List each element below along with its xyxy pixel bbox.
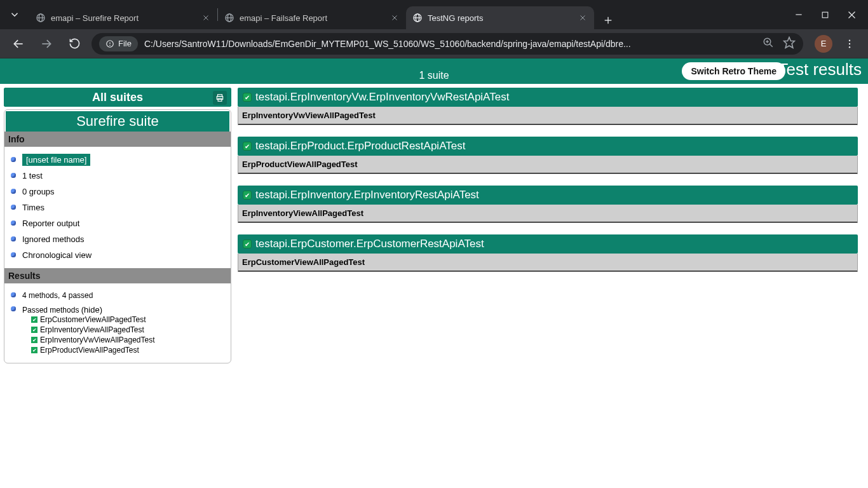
test-class-header[interactable]: ✔ testapi.ErpProduct.ErpProductRestApiAT…	[238, 137, 858, 156]
info-list: [unset file name] 1 test 0 groups Times …	[4, 147, 231, 268]
test-body: ErpCustomerViewAllPagedTest	[238, 254, 858, 272]
tab-surefire-report[interactable]: emapi – Surefire Report	[29, 6, 217, 29]
window-minimize-button[interactable]	[794, 10, 803, 19]
info-item-ignored[interactable]: Ignored methods	[22, 231, 226, 247]
success-icon: ✔	[243, 191, 252, 200]
tab-title: emapi – Failsafe Report	[240, 13, 384, 23]
tab-testng-reports[interactable]: TestNG reports	[406, 6, 594, 29]
test-class-header[interactable]: ✔ testapi.ErpCustomer.ErpCustomerRestApi…	[238, 234, 858, 254]
test-method-row[interactable]: ErpCustomerViewAllPagedTest	[238, 254, 857, 271]
switch-retro-theme-button[interactable]: Switch Retro Theme	[682, 62, 785, 80]
nav-back-button[interactable]	[8, 33, 29, 55]
window-controls	[773, 0, 868, 29]
test-block: ✔ testapi.ErpProduct.ErpProductRestApiAT…	[238, 137, 858, 174]
tab-close-button[interactable]	[390, 13, 400, 23]
svg-point-33	[849, 46, 850, 48]
tab-strip: emapi – Surefire Report emapi – Failsafe…	[29, 0, 773, 29]
svg-point-31	[849, 39, 850, 41]
globe-icon	[36, 13, 46, 23]
results-summary: 4 methods, 4 passed	[22, 288, 226, 302]
check-icon: ✔	[31, 347, 37, 353]
passed-method-item[interactable]: ✔ErpInventoryViewAllPagedTest	[31, 325, 226, 335]
content-columns: All suites Surefire suite Info [unset fi…	[0, 84, 868, 363]
tab-close-button[interactable]	[201, 13, 211, 23]
passed-methods-list: ✔ErpCustomerViewAllPagedTest ✔ErpInvento…	[22, 315, 226, 355]
suite-box: Surefire suite Info [unset file name] 1 …	[4, 109, 231, 363]
test-method-row[interactable]: ErpInventoryVwViewAllPagedTest	[238, 107, 857, 125]
results-list: 4 methods, 4 passed Passed methods (hide…	[4, 283, 231, 363]
browser-window: emapi – Surefire Report emapi – Failsafe…	[0, 0, 868, 488]
print-icon[interactable]	[213, 91, 227, 105]
svg-point-25	[110, 45, 111, 46]
zoom-icon[interactable]	[763, 37, 774, 50]
test-class-header[interactable]: ✔ testapi.ErpInventoryVw.ErpInventoryVwR…	[238, 88, 858, 107]
svg-marker-30	[784, 37, 795, 48]
test-block: ✔ testapi.ErpInventoryVw.ErpInventoryVwR…	[238, 88, 858, 125]
tab-failsafe-report[interactable]: emapi – Failsafe Report	[218, 6, 406, 29]
passed-methods-toggle[interactable]: Passed methods (hide) ✔ErpCustomerViewAl…	[22, 302, 226, 358]
info-item-filename[interactable]: [unset file name]	[22, 152, 226, 168]
test-body: ErpProductViewAllPagedTest	[238, 156, 858, 174]
window-maximize-button[interactable]	[821, 11, 829, 19]
globe-icon	[224, 13, 234, 23]
test-method-row[interactable]: ErpInventoryViewAllPagedTest	[238, 205, 857, 222]
hide-link[interactable]: (hide)	[81, 305, 102, 315]
test-block: ✔ testapi.ErpInventory.ErpInventoryRestA…	[238, 186, 858, 223]
test-block: ✔ testapi.ErpCustomer.ErpCustomerRestApi…	[238, 234, 858, 272]
window-close-button[interactable]	[847, 10, 857, 20]
test-method-row[interactable]: ErpProductViewAllPagedTest	[238, 156, 857, 173]
info-item-tests[interactable]: 1 test	[22, 168, 226, 184]
info-item-reporter[interactable]: Reporter output	[22, 215, 226, 231]
svg-rect-18	[822, 12, 828, 18]
nav-reload-button[interactable]	[64, 33, 85, 55]
tab-title: emapi – Surefire Report	[51, 13, 196, 23]
address-bar[interactable]: File C:/Users/SantroW11/Downloads/EmGenD…	[92, 33, 803, 55]
main-results: ✔ testapi.ErpInventoryVw.ErpInventoryVwR…	[238, 88, 864, 363]
info-item-groups[interactable]: 0 groups	[22, 184, 226, 200]
svg-line-27	[770, 44, 773, 47]
toolbar: File C:/Users/SantroW11/Downloads/EmGenD…	[0, 29, 868, 58]
test-class-name: testapi.ErpInventoryVw.ErpInventoryVwRes…	[255, 91, 509, 104]
browser-menu-button[interactable]	[839, 33, 860, 55]
file-chip-label: File	[118, 39, 132, 48]
test-class-name: testapi.ErpInventory.ErpInventoryRestApi…	[255, 189, 479, 201]
passed-method-item[interactable]: ✔ErpCustomerViewAllPagedTest	[31, 315, 226, 325]
passed-method-item[interactable]: ✔ErpInventoryVwViewAllPagedTest	[31, 335, 226, 345]
tabs-dropdown-button[interactable]	[0, 0, 29, 29]
all-suites-label: All suites	[92, 91, 143, 104]
success-icon: ✔	[243, 93, 252, 102]
page-title: Test results	[778, 60, 862, 79]
test-class-header[interactable]: ✔ testapi.ErpInventory.ErpInventoryRestA…	[238, 186, 858, 205]
success-icon: ✔	[243, 240, 252, 248]
new-tab-button[interactable]	[599, 11, 617, 29]
profile-avatar[interactable]: E	[815, 35, 832, 53]
tab-title: TestNG reports	[428, 13, 573, 23]
success-icon: ✔	[243, 142, 252, 151]
info-section-header: Info	[4, 132, 231, 147]
passed-method-item[interactable]: ✔ErpProductViewAllPagedTest	[31, 345, 226, 355]
nav-forward-button[interactable]	[36, 33, 57, 55]
file-origin-chip[interactable]: File	[99, 36, 138, 51]
check-icon: ✔	[31, 316, 37, 323]
sidebar: All suites Surefire suite Info [unset fi…	[0, 88, 231, 363]
suite-name[interactable]: Surefire suite	[6, 111, 229, 132]
globe-icon	[412, 13, 423, 23]
info-item-chronological[interactable]: Chronological view	[22, 247, 226, 263]
test-body: ErpInventoryViewAllPagedTest	[238, 205, 858, 223]
bookmark-star-icon[interactable]	[783, 36, 796, 51]
tab-close-button[interactable]	[578, 13, 588, 23]
info-item-times[interactable]: Times	[22, 200, 226, 215]
test-body: ErpInventoryVwViewAllPagedTest	[238, 107, 858, 125]
all-suites-header[interactable]: All suites	[4, 88, 231, 107]
test-class-name: testapi.ErpCustomer.ErpCustomerRestApiAT…	[255, 238, 484, 250]
svg-point-32	[849, 43, 850, 44]
results-section-header: Results	[4, 268, 231, 283]
page-banner: 1 suite Switch Retro Theme Test results	[0, 58, 868, 84]
page-content: 1 suite Switch Retro Theme Test results …	[0, 58, 868, 488]
check-icon: ✔	[31, 337, 37, 343]
address-url: C:/Users/SantroW11/Downloads/EmGenDir_MY…	[144, 39, 756, 49]
check-icon: ✔	[31, 327, 37, 333]
test-class-name: testapi.ErpProduct.ErpProductRestApiATes…	[255, 140, 465, 152]
titlebar: emapi – Surefire Report emapi – Failsafe…	[0, 0, 868, 29]
